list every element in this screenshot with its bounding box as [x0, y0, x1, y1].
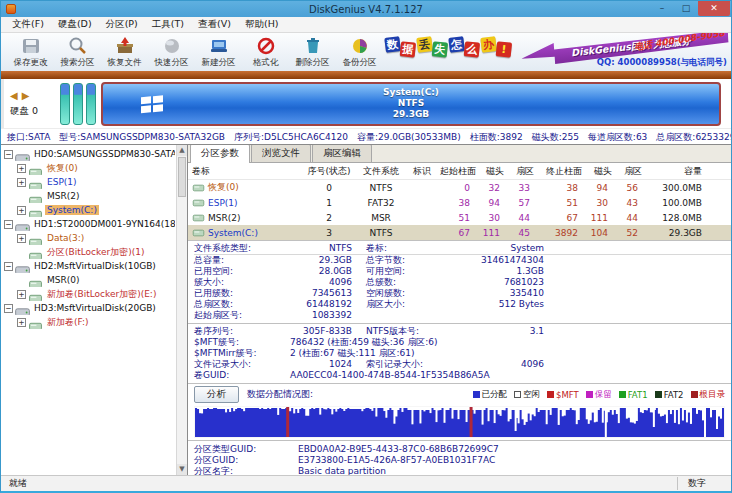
disk-info-segment: 容量:29.0GB(30533MB)	[357, 132, 461, 142]
start-chs-cell: 38	[436, 198, 480, 208]
tree-item[interactable]: +恢复(0)	[1, 161, 175, 175]
toolbar-delete-partition-button[interactable]: 删除分区	[289, 33, 336, 71]
menu-item-5[interactable]: 帮助(H)	[238, 17, 286, 32]
tree-item[interactable]: +Data(3:)	[1, 231, 175, 245]
partition-row[interactable]: System(C:)3NTFS671114538921045229.3GB	[188, 225, 731, 240]
expander-icon[interactable]: +	[17, 178, 26, 187]
tree-item[interactable]: +ESP(1)	[1, 175, 175, 189]
disk-info-segment: 序列号:D5LC5HCA6C4120	[234, 132, 348, 142]
menu-item-3[interactable]: 工具(T)	[145, 17, 191, 32]
partition-bar-fs: NTFS	[398, 98, 424, 109]
minimize-button[interactable]: –	[650, 1, 674, 16]
small-partition-bar[interactable]	[73, 83, 83, 125]
disk-info-segment: 磁头数:255	[532, 132, 579, 142]
ad-tile-3: 失	[432, 41, 448, 57]
maximize-button[interactable]: □	[674, 1, 698, 16]
tree-item[interactable]: −HD3:MsftVirtualDisk(20GB)	[1, 301, 175, 315]
legend-label: 空闲	[523, 389, 540, 401]
tree-item[interactable]: +System(C:)	[1, 203, 175, 217]
partition-row[interactable]: ESP(1)1FAT32389457513043100.0MB	[188, 195, 731, 210]
tab-1[interactable]: 浏览文件	[251, 144, 311, 162]
detail-value: 28.0GB	[290, 266, 352, 277]
partition-row[interactable]: MSR(2)2MSR5130446711144128.0MB	[188, 210, 731, 225]
tree-item-label: HD2:MsftVirtualDisk(10GB)	[32, 261, 158, 271]
allocation-map	[194, 406, 725, 438]
partition-icon	[192, 228, 205, 238]
partition-icon	[28, 163, 43, 174]
partition-name: System(C:)	[208, 228, 258, 238]
disk-tree-panel: −HD0:SAMSUNGSSDPM830-SATA32GB(3+恢复(0)+ES…	[1, 144, 188, 475]
toolbar-format-button[interactable]: 格式化	[242, 33, 289, 71]
backup-partition-icon	[350, 36, 370, 56]
disk-info-segment: 型号:SAMSUNGSSDPM830-SATA32GB	[59, 132, 225, 142]
detail-label	[352, 310, 456, 321]
partition-icon	[28, 191, 43, 202]
start-chs-cell: 0	[436, 183, 480, 193]
legend-item: $MFT	[547, 390, 579, 400]
ad-tile-6: 办	[480, 36, 497, 53]
tree-item[interactable]: MSR(0)	[1, 273, 175, 287]
tab-2[interactable]: 扇区编辑	[312, 144, 372, 162]
small-partition-bar[interactable]	[60, 83, 70, 125]
ad-banner-right: DiskGenius团队 为您服务 电话 400-008-9058 QQ: 40…	[521, 33, 731, 71]
small-partition-bar[interactable]	[86, 83, 96, 125]
ad-tile-2: 丢	[416, 36, 433, 53]
legend-item: 保留	[586, 389, 612, 401]
detail-value: 1.3GB	[456, 266, 544, 277]
toolbar-new-partition-button[interactable]: 新建分区	[195, 33, 242, 71]
detail-row: 卷GUID:AA0ECC04-1400-474B-8544-1F5354B86A…	[194, 370, 731, 381]
disk-nav-label: 硬盘 0	[10, 105, 60, 118]
toolbar-save-button[interactable]: 保存更改	[7, 33, 54, 71]
partition-row[interactable]: 恢复(0)0NTFS03233389456300.0MB	[188, 180, 731, 195]
expander-icon[interactable]: +	[17, 206, 26, 215]
expander-icon[interactable]: +	[17, 318, 26, 327]
toolbar-quick-partition-button[interactable]: 快速分区	[148, 33, 195, 71]
guid-label: 分区GUID:	[194, 455, 298, 466]
start-chs-cell: 32	[480, 183, 510, 193]
expander-icon[interactable]: +	[17, 290, 26, 299]
scrollbar-thumb[interactable]	[178, 157, 186, 197]
expander-icon[interactable]: −	[4, 304, 13, 313]
analyze-button[interactable]: 分析	[194, 386, 239, 403]
menu-item-2[interactable]: 分区(P)	[99, 17, 145, 32]
detail-label: 可用空间:	[352, 266, 456, 277]
tree-item[interactable]: +新加卷(BitLocker加密)(E:)	[1, 287, 175, 301]
expander-icon[interactable]: +	[17, 234, 26, 243]
selected-partition-bar[interactable]: System(C:) NTFS 29.3GB	[101, 82, 721, 126]
tab-0[interactable]: 分区参数	[190, 144, 250, 163]
menu-item-1[interactable]: 硬盘(D)	[51, 17, 99, 32]
scroll-up-icon[interactable]: ▲	[177, 145, 187, 156]
partition-bar-name: System(C:)	[383, 87, 439, 98]
tree-item[interactable]: −HD1:ST2000DM001-9YN164(1863GB)	[1, 217, 175, 231]
disk-nav-arrows[interactable]: ◀▶	[10, 90, 60, 101]
capacity-cell: 128.0MB	[648, 213, 708, 223]
expander-icon[interactable]: −	[4, 262, 13, 271]
tree-item-label: MSR(2)	[45, 191, 81, 201]
toolbar-backup-partition-button[interactable]: 备份分区	[336, 33, 383, 71]
detail-value: 4096	[456, 359, 544, 370]
toolbar-search-button[interactable]: 搜索分区	[54, 33, 101, 71]
expander-icon[interactable]: +	[17, 164, 26, 173]
tree-item-label: HD3:MsftVirtualDisk(20GB)	[32, 303, 158, 313]
ad-banner[interactable]: 数据丢失怎么办! DiskGenius团队 为您服务 电话 400-008-90…	[383, 33, 731, 71]
menu-item-0[interactable]: 文件(F)	[5, 17, 51, 32]
tree-item[interactable]: −HD2:MsftVirtualDisk(10GB)	[1, 259, 175, 273]
scroll-down-icon[interactable]: ▼	[177, 464, 187, 475]
tree-item[interactable]: MSR(2)	[1, 189, 175, 203]
detail-label: 索引记录大小:	[352, 359, 456, 370]
close-button[interactable]: ✕	[698, 1, 730, 16]
window-controls: –□✕	[650, 1, 730, 16]
detail-label: 卷标:	[352, 243, 456, 254]
expander-icon[interactable]: −	[4, 220, 13, 229]
expander-icon[interactable]: −	[4, 150, 13, 159]
save-icon	[21, 36, 41, 56]
ad-tile-7: !	[496, 41, 512, 57]
toolbar-recover-files-button[interactable]: 恢复文件	[101, 33, 148, 71]
tree-scrollbar[interactable]: ▲ ▼	[176, 145, 187, 475]
menu-item-4[interactable]: 查看(V)	[191, 17, 238, 32]
tree-item[interactable]: −HD0:SAMSUNGSSDPM830-SATA32GB(3	[1, 147, 175, 161]
guid-row: 分区GUID:E3733800-E1A5-426A-8F57-A0EB1031F…	[194, 455, 731, 466]
tree-item[interactable]: +新加卷(F:)	[1, 315, 175, 329]
end-chs-cell: 43	[618, 198, 648, 208]
tree-item[interactable]: 分区(BitLocker加密)(1)	[1, 245, 175, 259]
